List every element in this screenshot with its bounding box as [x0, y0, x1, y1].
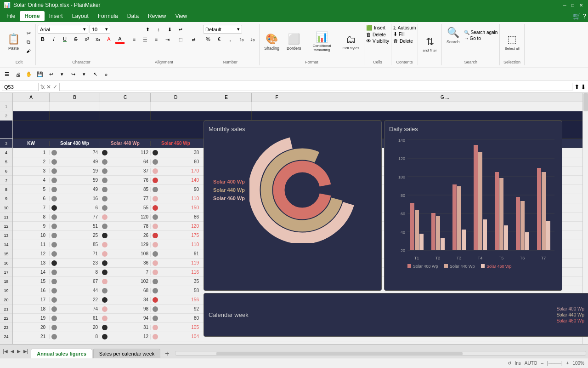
highlight-button[interactable]: A: [115, 34, 125, 44]
redo-dropdown[interactable]: ▾: [79, 70, 89, 79]
subscript-button[interactable]: x₂: [93, 34, 103, 44]
borders-button[interactable]: ⬜ Borders: [284, 31, 304, 52]
store-icon[interactable]: 🛒: [573, 12, 581, 20]
percent-button[interactable]: %: [203, 34, 213, 44]
align-top-button[interactable]: ⬆: [142, 25, 153, 34]
copy-button[interactable]: ⧉: [23, 38, 34, 46]
rtl-button[interactable]: ⇄: [189, 35, 199, 44]
expand-formula-icon[interactable]: ⬆: [574, 83, 580, 91]
cursor-button[interactable]: ↖: [90, 70, 100, 79]
nav-menu-button[interactable]: ☰: [2, 70, 12, 79]
col-header-rest[interactable]: G ...: [302, 93, 588, 102]
shading-button[interactable]: 🎨 Shading: [261, 31, 282, 52]
cell-reference-input[interactable]: [2, 83, 39, 91]
search-again-button[interactable]: 🔍Search again: [464, 30, 498, 35]
row-number-4: 4: [0, 148, 12, 157]
go-to-button[interactable]: →Go to: [464, 36, 498, 41]
superscript-button[interactable]: x²: [82, 34, 92, 44]
zoom-out-button[interactable]: –: [541, 361, 543, 366]
maximize-button[interactable]: □: [570, 2, 576, 8]
bold-button[interactable]: B: [38, 34, 48, 44]
align-center-button[interactable]: ☰: [140, 35, 150, 44]
row-number-9: 9: [0, 194, 12, 203]
autosum-button[interactable]: Autosum: [398, 25, 416, 30]
visibility-button[interactable]: Visibility: [373, 39, 389, 44]
search-button[interactable]: 🔍 Search: [444, 25, 463, 46]
underline-button[interactable]: U: [60, 34, 70, 44]
close-button[interactable]: ✕: [578, 2, 584, 8]
col-header-d[interactable]: D: [151, 93, 201, 102]
tab-nav-last[interactable]: ▶|: [23, 348, 29, 355]
svg-text:20: 20: [401, 248, 405, 253]
currency-button[interactable]: €: [214, 34, 224, 44]
quick-save-button[interactable]: 💾: [35, 70, 45, 79]
wrap-text-button[interactable]: ↵: [175, 25, 186, 34]
font-selector[interactable]: Arial ▾: [38, 25, 88, 34]
formula-input[interactable]: [59, 83, 572, 91]
col-header-b[interactable]: B: [50, 93, 100, 102]
menu-insert[interactable]: Insert: [45, 11, 68, 21]
tab-nav-prev[interactable]: ◀: [10, 348, 15, 355]
cell-styles-button[interactable]: 🗂 Cell styles: [340, 32, 362, 52]
sheet-tab-calendar[interactable]: Sales per calendar week: [93, 349, 160, 358]
cancel-formula-icon[interactable]: ✕: [46, 84, 51, 90]
undo-dropdown[interactable]: ▾: [57, 70, 67, 79]
undo-button[interactable]: ↩: [46, 70, 56, 79]
row-number-14: 14: [0, 240, 12, 249]
col-header-e[interactable]: E: [201, 93, 252, 102]
collapse-formula-icon[interactable]: ⬇: [581, 83, 586, 91]
number-format-selector[interactable]: Default ▾: [203, 25, 242, 34]
menu-data[interactable]: Data: [123, 11, 143, 21]
font-color-button[interactable]: A: [104, 34, 114, 44]
zoom-slider[interactable]: |────|: [547, 361, 563, 366]
tab-nav-first[interactable]: |◀: [2, 348, 9, 355]
menu-layout[interactable]: Layout: [68, 11, 93, 21]
help-icon[interactable]: ?: [582, 12, 586, 20]
svg-rect-43: [546, 221, 550, 250]
dec-increase-button[interactable]: ↑₀: [236, 34, 246, 44]
fill-button[interactable]: Fill: [399, 32, 405, 37]
cut-button[interactable]: ✂: [23, 29, 34, 37]
thousands-button[interactable]: ,: [225, 34, 235, 44]
refresh-icon[interactable]: ↺: [508, 361, 511, 366]
sort-filter-button[interactable]: ⇅ and filter: [420, 34, 440, 55]
select-all-button[interactable]: ⬚ Select all: [502, 32, 522, 52]
redo-button[interactable]: ↪: [68, 70, 78, 79]
menu-formula[interactable]: Formula: [93, 11, 123, 21]
conditional-formatting-button[interactable]: 📊 Conditional formatting: [306, 29, 338, 54]
col-header-c[interactable]: C: [100, 93, 151, 102]
align-right-button[interactable]: ≡: [151, 35, 161, 44]
indent-button[interactable]: ⇥: [162, 35, 172, 44]
zoom-in-button[interactable]: +: [566, 361, 569, 366]
confirm-formula-icon[interactable]: ✓: [53, 84, 57, 90]
sheet-tab-annual[interactable]: Annual sales figures: [31, 349, 92, 358]
delete-cells-button[interactable]: Delete: [373, 32, 386, 37]
align-left-button[interactable]: ≡: [129, 35, 139, 44]
menu-view[interactable]: View: [170, 11, 192, 21]
align-bottom-button[interactable]: ⬇: [164, 25, 175, 34]
row-number-21: 21: [0, 305, 12, 314]
menu-review[interactable]: Review: [143, 11, 170, 21]
paste-button[interactable]: 📋 Paste: [5, 31, 23, 52]
quick-print-button[interactable]: 🖨: [13, 70, 23, 79]
delete-contents-button[interactable]: Delete: [400, 39, 413, 44]
insert-cells-button[interactable]: Insert: [374, 25, 385, 30]
add-sheet-button[interactable]: +: [161, 349, 173, 358]
format-painter-button[interactable]: 🖌: [23, 46, 34, 55]
more-button[interactable]: »: [101, 70, 111, 79]
menu-file[interactable]: File: [2, 11, 20, 21]
quick-hand-button[interactable]: ✋: [24, 70, 34, 79]
col-header-a[interactable]: A: [13, 93, 50, 102]
font-size-selector[interactable]: 10 ▾: [90, 25, 110, 34]
horizontal-scrollbar[interactable]: [173, 351, 588, 356]
dec-decrease-button[interactable]: ↓₀: [247, 34, 257, 44]
align-middle-button[interactable]: ↕: [153, 25, 164, 34]
merge-button[interactable]: ⬚: [173, 35, 188, 44]
strikethrough-button[interactable]: S: [71, 34, 81, 44]
menu-home[interactable]: Home: [20, 11, 44, 21]
minimize-button[interactable]: ─: [561, 2, 568, 8]
svg-rect-45: [407, 264, 411, 268]
italic-button[interactable]: I: [49, 34, 59, 44]
tab-nav-next[interactable]: ▶: [16, 348, 22, 355]
col-header-f[interactable]: F: [252, 93, 302, 102]
